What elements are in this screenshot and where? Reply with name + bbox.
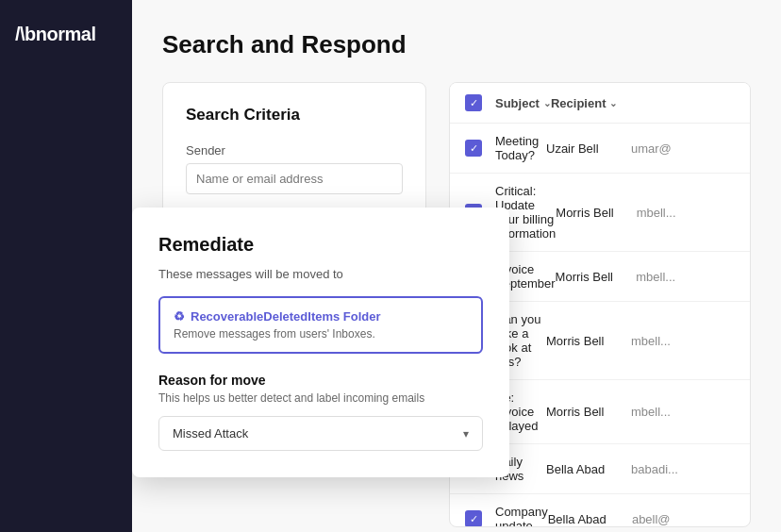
row-recipient-email: mbell... [631,405,735,419]
recipient-sort-icon: ⌄ [609,98,617,108]
folder-option-title: ♻ RecoverableDeletedItems Folder [174,309,468,324]
row-checkbox[interactable]: ✓ [465,510,482,527]
sidebar: /\bnormal [0,0,132,532]
modal-title: Remediate [158,234,483,256]
reason-label: Reason for move [158,373,483,388]
folder-option[interactable]: ♻ RecoverableDeletedItems Folder Remove … [158,296,483,354]
reason-desc: This helps us better detect and label in… [158,391,483,405]
search-criteria-title: Search Criteria [186,106,403,125]
table-row[interactable]: ✓ Meeting Today? Uzair Bell umar@ [450,124,750,174]
remediate-modal: Remediate These messages will be moved t… [132,208,509,477]
row-recipient-email: babadi... [631,462,735,476]
reason-select[interactable]: Missed Attack ▾ [158,416,483,451]
row-checkbox[interactable]: ✓ [465,140,482,157]
row-recipient-name: Bella Abad [548,512,632,526]
recipient-column-header[interactable]: Recipient ⌄ [551,96,735,110]
row-recipient-name: Uzair Bell [546,141,631,156]
svg-text:/\bnormal: /\bnormal [15,24,96,44]
table-row[interactable]: ✓ Company update Bella Abad abell@ [450,494,750,527]
folder-option-desc: Remove messages from users' Inboxes. [174,327,468,341]
sender-label: Sender [186,143,403,158]
main-content: Search and Respond Search Criteria Sende… [132,0,781,532]
row-recipient-name: Morris Bell [546,405,631,419]
row-recipient-email: umar@ [631,141,735,156]
row-recipient-name: Bella Abad [546,462,631,476]
sender-input[interactable] [186,163,403,194]
logo: /\bnormal [0,19,132,69]
row-subject: Company update [495,505,548,527]
row-recipient-name: Morris Bell [556,206,636,220]
row-recipient-email: mbell... [636,270,735,284]
table-header: ✓ Subject ⌄ Recipient ⌄ [450,83,750,124]
row-subject: Meeting Today? [495,134,546,162]
row-checkbox-cell: ✓ [465,140,495,157]
row-recipient-name: Morris Bell [546,334,631,348]
modal-subtitle: These messages will be moved to [158,267,483,281]
header-checkbox-cell: ✓ [465,94,495,111]
chevron-down-icon: ▾ [463,427,469,441]
row-recipient-email: mbell... [631,334,735,348]
subject-column-header[interactable]: Subject ⌄ [495,96,551,110]
header-checkbox[interactable]: ✓ [465,94,482,111]
subject-sort-icon: ⌄ [543,98,551,108]
row-checkbox-cell: ✓ [465,510,495,527]
row-recipient-email: mbell... [637,206,735,220]
folder-icon: ♻ [174,309,185,324]
row-recipient-email: abell@ [632,512,735,526]
page-title: Search and Respond [162,30,751,59]
row-recipient-name: Morris Bell [556,270,637,284]
